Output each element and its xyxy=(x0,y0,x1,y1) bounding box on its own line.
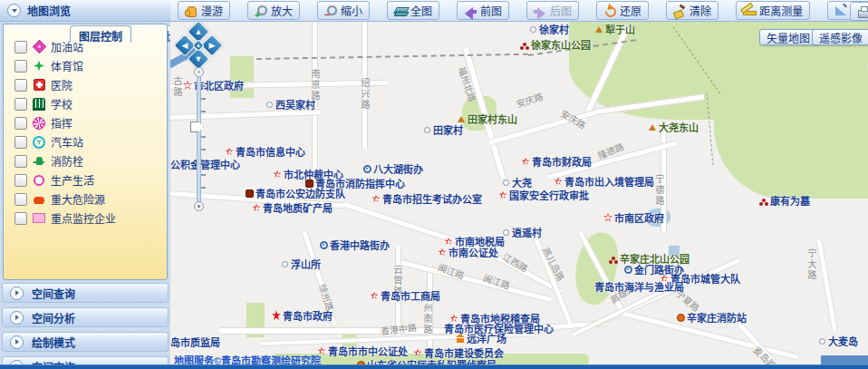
command-icon xyxy=(33,117,45,130)
mountain-icon xyxy=(648,122,657,131)
poi-text: 青岛地质矿产局 xyxy=(263,200,333,215)
map-poi-label: 徐家东山公园 xyxy=(520,37,591,52)
street-office-icon xyxy=(623,265,632,274)
stadium-icon xyxy=(33,60,45,73)
poi-text: 青岛市财政局 xyxy=(532,154,592,169)
pan-center-button[interactable] xyxy=(192,39,205,52)
map-navigation-widget: ▲ ◀ ▶ ▼ + ▾ xyxy=(170,22,227,212)
zoom-in-button[interactable]: 放大 xyxy=(247,1,300,20)
print-button[interactable] xyxy=(850,2,868,21)
accordion-header[interactable]: 绘制模式 xyxy=(2,332,169,352)
zoom-slider-track[interactable] xyxy=(197,76,201,205)
agency-icon xyxy=(273,170,282,179)
legend-item: 指挥 xyxy=(14,113,167,132)
roam-button[interactable]: 漫游 xyxy=(178,1,230,20)
poi-text: 徐家东山公园 xyxy=(531,37,591,52)
legend-label: 重大危险源 xyxy=(51,191,105,207)
legend-checkbox[interactable] xyxy=(14,79,27,92)
legend-label: 学校 xyxy=(51,96,72,112)
map-poi-label: 八大湖街办 xyxy=(362,161,423,176)
police-icon xyxy=(245,189,254,198)
gis-application-window: 地图浏览 地图书签图层控制地图状态 加油站体育馆医院学校指挥汽车站消防栓生产生活… xyxy=(0,0,868,369)
road-label: 宁大路 xyxy=(805,248,818,281)
accordion-label: 空间查询 xyxy=(32,286,75,301)
accordion-label: 绘制模式 xyxy=(32,335,75,350)
legend-checkbox[interactable] xyxy=(14,98,27,111)
legend-label: 指挥 xyxy=(51,115,72,131)
map-poi-label: 大麦岛 xyxy=(817,334,858,348)
collapse-arrow-icon xyxy=(7,4,21,17)
zoom-slider-handle[interactable] xyxy=(190,121,204,132)
zoom-out-button[interactable]: 缩小 xyxy=(317,1,370,20)
legend-checkbox[interactable] xyxy=(14,136,27,149)
toolbar-button-label: 放大 xyxy=(271,3,293,18)
legend-checkbox[interactable] xyxy=(14,41,27,53)
village-icon xyxy=(817,336,826,345)
base-layer-button[interactable]: 矢量地图 xyxy=(759,29,817,45)
road-label: 安庆路 xyxy=(515,89,545,111)
base-layer-button[interactable]: 遥感影像 xyxy=(812,29,868,45)
toolbar-button-label: 漫游 xyxy=(201,3,223,18)
poi-text: 青岛市政府 xyxy=(283,308,333,323)
legend-label: 汽车站 xyxy=(51,134,83,150)
agency-icon xyxy=(554,177,563,186)
roam-icon xyxy=(185,5,198,17)
toolbar-button-label: 全图 xyxy=(410,3,432,18)
village-icon xyxy=(422,125,431,134)
poi-text: 市南区政府 xyxy=(614,210,664,225)
legend-checkbox[interactable] xyxy=(14,155,27,168)
sidebar-tab[interactable]: 图层控制 xyxy=(70,25,131,43)
map-poi-label: 犁于山 xyxy=(594,22,635,36)
poi-text: 青岛市招生考试办公室 xyxy=(382,191,482,206)
toolbar-button-label: 距离测量 xyxy=(759,3,803,18)
map-browse-panel-header[interactable]: 地图浏览 xyxy=(0,0,170,22)
map-poi-label: 岛市质监局 xyxy=(170,335,220,349)
legend-label: 生产生活 xyxy=(51,172,94,188)
map-poi-label: 青岛市出入境管理局 xyxy=(554,174,654,189)
sidebar-accordions: 空间查询空间分析绘制模式空间查询 xyxy=(0,283,170,369)
legend-checkbox[interactable] xyxy=(14,212,27,225)
full-extent-button[interactable]: 全图 xyxy=(387,1,439,20)
next-view-button[interactable]: 后图 xyxy=(526,1,579,20)
park-icon xyxy=(609,254,618,263)
zoom-out-slider-button[interactable]: ▾ xyxy=(194,201,204,211)
agency-icon xyxy=(370,291,379,300)
school-icon xyxy=(33,98,45,111)
legend-item: 重大危险源 xyxy=(14,189,167,209)
poi-text: 香港中路街办 xyxy=(330,238,390,252)
clear-button[interactable]: 清除 xyxy=(666,1,719,20)
map-poi-label: 青岛市招生考试办公室 xyxy=(371,191,482,206)
legend-checkbox[interactable] xyxy=(14,117,27,130)
map-poi-label: 国家安全行政审批 xyxy=(498,188,589,202)
restore-button[interactable]: 还原 xyxy=(596,1,649,20)
poi-text: 青岛市市中公证处 xyxy=(328,344,408,358)
next-view-icon xyxy=(534,5,546,17)
poi-text: 青岛市信息中心 xyxy=(236,144,305,159)
poi-text: 市南公证处 xyxy=(448,245,498,259)
map-poi-label: 大尧东山 xyxy=(648,120,699,134)
accordion-header[interactable]: 空间分析 xyxy=(2,307,169,327)
expand-arrow-icon xyxy=(10,335,24,349)
map-poi-label: 青岛市海洋与渔业局 xyxy=(594,279,684,294)
map-canvas[interactable]: ▲ ◀ ▶ ▼ + ▾ 矢量地图遥感影像 市北区政府西吴家村田家村徐家村犁于山徐… xyxy=(170,22,868,364)
legend-checkbox[interactable] xyxy=(14,193,27,206)
production-life-icon xyxy=(33,174,45,187)
accordion-header[interactable]: 空间查询 xyxy=(2,283,169,303)
park-area xyxy=(714,67,868,199)
bus-station-icon xyxy=(33,136,45,149)
road-label: 香港中路 xyxy=(380,320,417,337)
legend-checkbox[interactable] xyxy=(14,60,27,73)
map-poi-label: 青岛市公安边防支队 xyxy=(245,186,345,200)
road-label: 宁德路 xyxy=(652,174,666,207)
legend-checkbox[interactable] xyxy=(14,174,27,187)
road-label: 绍兴路 xyxy=(358,78,371,111)
map-poi-label: 青岛市政府 xyxy=(272,308,333,323)
map-poi-label: 辛家庄消防站 xyxy=(676,310,747,325)
poi-text: 犁于山 xyxy=(605,22,635,36)
city-gov-icon xyxy=(272,311,281,320)
measure-distance-button[interactable]: 距离测量 xyxy=(736,1,810,20)
poi-text: 西吴家村 xyxy=(275,97,315,112)
panel-title: 地图浏览 xyxy=(27,3,71,18)
prev-view-button[interactable]: 前图 xyxy=(457,1,509,20)
legend-item: 消防栓 xyxy=(14,151,167,170)
